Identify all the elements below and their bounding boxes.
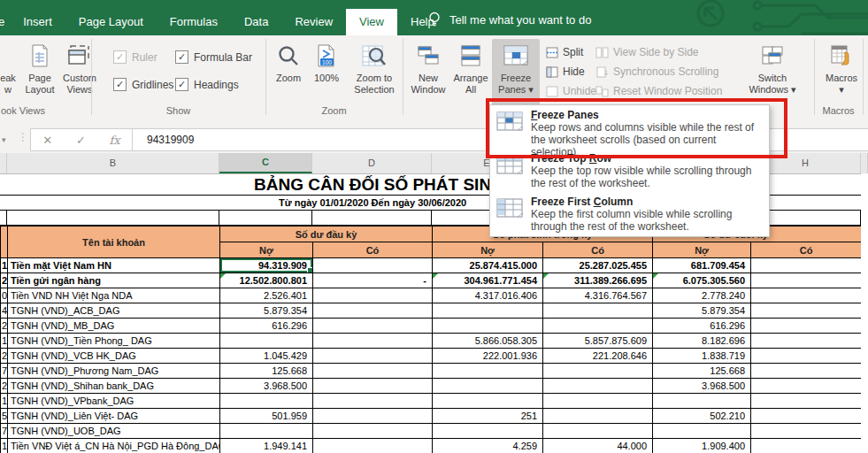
cell-g-row4[interactable]: 616.296: [653, 319, 751, 334]
cell-c-row7[interactable]: 125.668: [220, 364, 313, 379]
cell-f-row4[interactable]: [543, 319, 653, 334]
cell-account-code[interactable]: 1: [1, 258, 8, 273]
cell-c-row1[interactable]: 12.502.800.801: [220, 273, 313, 288]
cell-e-row3[interactable]: [433, 303, 543, 319]
cell-d-row8[interactable]: [313, 379, 433, 394]
cell-account-name[interactable]: TGNH (VND)_MB_DAG: [8, 319, 220, 334]
cell-d-row5[interactable]: [313, 334, 433, 349]
empty-cell[interactable]: [0, 211, 7, 225]
tab-data[interactable]: Data: [231, 9, 281, 35]
cell-account-code[interactable]: 0: [1, 288, 8, 303]
cell-account-name[interactable]: TGNH (VND)_Phương Nam_DAG: [8, 364, 220, 379]
cell-account-name[interactable]: TGNH (VND)_Liên Việt- DAG: [8, 409, 220, 424]
cell-h-row4[interactable]: [751, 319, 862, 334]
cell-c-row4[interactable]: 616.296: [220, 319, 313, 334]
cell-h-row5[interactable]: [751, 334, 862, 349]
cell-e-row0[interactable]: 25.874.415.000: [433, 258, 543, 273]
cell-account-code[interactable]: 5: [1, 409, 8, 424]
cell-account-code[interactable]: 1: [1, 439, 8, 453]
tell-me-box[interactable]: Tell me what you want to do: [428, 12, 591, 27]
cell-e-row6[interactable]: 222.001.936: [433, 349, 543, 364]
zoom-button[interactable]: Zoom: [270, 39, 307, 107]
cell-d-row2[interactable]: [313, 288, 433, 303]
hide-button[interactable]: Hide: [546, 65, 585, 78]
enter-icon[interactable]: ✓: [76, 134, 86, 147]
cell-f-row10[interactable]: [543, 409, 653, 424]
cell-account-code[interactable]: 1: [1, 334, 8, 349]
cell-g-row1[interactable]: 6.075.305.560: [653, 273, 751, 288]
cell-e-row7[interactable]: [433, 364, 543, 379]
cell-g-row11[interactable]: [653, 424, 751, 439]
cell-account-name[interactable]: Tiền VND NH Việt Nga NDA: [8, 288, 220, 303]
formula-bar-grip[interactable]: ⋮: [18, 131, 28, 143]
cell-f-row11[interactable]: [543, 424, 653, 439]
cell-f-row9[interactable]: [543, 394, 653, 409]
tab-e[interactable]: e: [0, 9, 10, 35]
column-header-D[interactable]: D: [312, 153, 432, 173]
cell-f-row2[interactable]: 4.316.764.567: [543, 288, 653, 303]
subheader-co-5[interactable]: Có: [751, 242, 862, 258]
menu-item-freeze-first-column[interactable]: Freeze First ColumnKeep the first column…: [490, 192, 769, 235]
subheader-no-0[interactable]: Nợ: [220, 242, 313, 258]
cell-account-code[interactable]: 7: [1, 364, 8, 379]
cell-account-name[interactable]: TGNH (VND)_UOB_DAG: [8, 424, 220, 439]
subheader-no-2[interactable]: Nợ: [433, 242, 543, 258]
cell-f-row1[interactable]: 311.389.266.695: [543, 273, 653, 288]
header-account-name[interactable]: Tên tài khoản: [8, 226, 220, 258]
page-layout-view-button[interactable]: Page Layout: [19, 39, 60, 107]
header-opening-balance[interactable]: Số dư đầu kỳ: [220, 226, 433, 242]
cell-account-name[interactable]: TGNH (VND)_Shihan bank_DAG: [8, 379, 220, 394]
cell-account-code[interactable]: 2: [1, 273, 8, 288]
tab-insert[interactable]: Insert: [10, 9, 65, 35]
cell-account-code[interactable]: 2: [1, 379, 8, 394]
cell-f-row6[interactable]: 221.208.646: [543, 349, 653, 364]
cell-h-row12[interactable]: [751, 439, 862, 453]
checkbox-gridlines[interactable]: ✓Gridlines: [113, 78, 173, 91]
cell-h-row2[interactable]: [751, 288, 862, 303]
cancel-icon[interactable]: ✕: [42, 134, 52, 147]
cell-h-row8[interactable]: [751, 379, 862, 394]
page-break-preview-button[interactable]: eak w: [0, 39, 19, 107]
macros-button[interactable]: Macros ▾: [820, 39, 863, 107]
cell-h-row0[interactable]: [751, 258, 862, 273]
cell-c-row9[interactable]: [220, 394, 313, 409]
cell-h-row7[interactable]: [751, 364, 862, 379]
cell-e-row9[interactable]: [433, 394, 543, 409]
subheader-co-1[interactable]: Có: [313, 242, 433, 258]
cell-f-row0[interactable]: 25.287.025.455: [543, 258, 653, 273]
freeze-panes-button[interactable]: Freeze Panes ▾: [492, 39, 540, 107]
split-button[interactable]: Split: [546, 46, 583, 58]
cell-g-row2[interactable]: 2.778.240: [653, 288, 751, 303]
cell-c-row10[interactable]: 501.959: [220, 409, 313, 424]
cell-h-row11[interactable]: [751, 424, 862, 439]
new-window-button[interactable]: New Window: [408, 39, 449, 107]
cell-f-row8[interactable]: [543, 379, 653, 394]
view-side-by-side-button[interactable]: View Side by Side: [595, 46, 699, 58]
zoom-100-button[interactable]: 100 100%: [308, 39, 345, 107]
switch-windows-button[interactable]: Switch Windows ▾: [746, 39, 799, 107]
cell-account-name[interactable]: TGNH (VND)_Tiền Phong_ DAG: [8, 334, 220, 349]
cell-f-row7[interactable]: [543, 364, 653, 379]
cell-e-row8[interactable]: [433, 379, 543, 394]
tab-review[interactable]: Review: [281, 9, 346, 35]
column-header-B[interactable]: B: [7, 153, 219, 173]
cell-d-row7[interactable]: [313, 364, 433, 379]
cell-c-row11[interactable]: [220, 424, 313, 439]
cell-e-row5[interactable]: 5.866.058.305: [433, 334, 543, 349]
arrange-all-button[interactable]: Arrange All: [449, 39, 492, 107]
cell-account-name[interactable]: TGNH (VND)_ACB_DAG: [8, 303, 220, 319]
cell-h-row6[interactable]: [751, 349, 862, 364]
subheader-no-4[interactable]: Nợ: [653, 242, 751, 258]
cell-d-row6[interactable]: [313, 349, 433, 364]
reset-window-position-button[interactable]: Reset Window Position: [595, 85, 722, 97]
cell-d-row0[interactable]: [313, 258, 433, 273]
cell-c-row0[interactable]: 94.319.909: [220, 258, 313, 273]
cell-f-row12[interactable]: 44.000: [543, 439, 653, 453]
cell-h-row10[interactable]: [751, 409, 862, 424]
cell-h-row1[interactable]: [751, 273, 862, 288]
empty-cell[interactable]: [219, 211, 312, 225]
tab-page-layout[interactable]: Page Layout: [65, 9, 157, 35]
cell-e-row10[interactable]: 251: [433, 409, 543, 424]
cell-h-row9[interactable]: [751, 394, 862, 409]
empty-cell[interactable]: [7, 211, 219, 225]
